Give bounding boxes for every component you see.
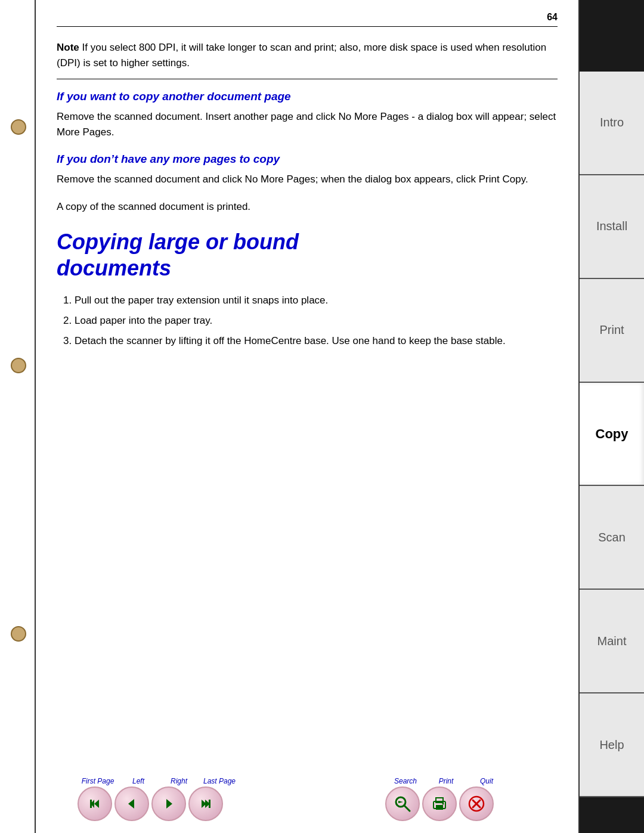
svg-marker-3 bbox=[128, 799, 134, 809]
sidebar-item-copy[interactable]: Copy bbox=[580, 383, 644, 487]
list-item: Load paper into the paper tray. bbox=[75, 313, 558, 329]
search-icon bbox=[394, 795, 411, 813]
section2-body1: Remove the scanned document and click No… bbox=[57, 172, 558, 187]
nav-buttons bbox=[78, 786, 223, 821]
sidebar: Intro Install Print Copy Scan Maint Help bbox=[578, 0, 644, 833]
nav-label-right: Right bbox=[159, 777, 199, 785]
binding-hole-3 bbox=[11, 626, 26, 642]
print-icon bbox=[431, 795, 448, 812]
binding-strip bbox=[0, 0, 36, 833]
sidebar-item-maint[interactable]: Maint bbox=[580, 590, 644, 693]
left-button[interactable] bbox=[114, 786, 149, 821]
svg-marker-4 bbox=[166, 799, 172, 809]
action-label-quit: Quit bbox=[466, 777, 507, 785]
left-icon bbox=[126, 798, 138, 810]
first-page-icon bbox=[88, 797, 101, 810]
sidebar-item-intro[interactable]: Intro bbox=[580, 72, 644, 175]
action-labels: Search Print Quit bbox=[385, 777, 507, 785]
section2-body2: A copy of the scanned document is printe… bbox=[57, 199, 558, 215]
svg-rect-1 bbox=[90, 800, 92, 808]
last-page-button[interactable] bbox=[188, 786, 223, 821]
search-button[interactable] bbox=[385, 786, 420, 821]
note-label: Note bbox=[57, 42, 79, 53]
last-page-icon bbox=[199, 797, 212, 810]
quit-icon bbox=[468, 795, 485, 812]
svg-rect-7 bbox=[209, 800, 210, 808]
sidebar-bottom-decoration bbox=[580, 797, 644, 833]
svg-marker-2 bbox=[94, 800, 99, 808]
binding-hole-1 bbox=[11, 119, 26, 135]
svg-marker-10 bbox=[398, 801, 403, 803]
action-buttons bbox=[385, 786, 494, 821]
right-button[interactable] bbox=[151, 786, 186, 821]
print-button[interactable] bbox=[422, 786, 457, 821]
section1-heading: If you want to copy another document pag… bbox=[57, 90, 558, 103]
sidebar-item-scan[interactable]: Scan bbox=[580, 486, 644, 590]
svg-line-9 bbox=[404, 806, 410, 811]
list-item: Pull out the paper tray extension until … bbox=[75, 293, 558, 308]
list-item: Detach the scanner by lifting it off the… bbox=[75, 333, 558, 349]
section2-heading: If you don’t have any more pages to copy bbox=[57, 153, 558, 166]
right-icon bbox=[163, 798, 175, 810]
action-label-search: Search bbox=[385, 777, 426, 785]
quit-button[interactable] bbox=[459, 786, 494, 821]
sidebar-top-decoration bbox=[580, 0, 644, 72]
sidebar-item-help[interactable]: Help bbox=[580, 693, 644, 797]
nav-label-last: Last Page bbox=[199, 777, 240, 785]
action-label-print: Print bbox=[426, 777, 466, 785]
nav-labels: First Page Left Right Last Page bbox=[78, 777, 240, 785]
nav-label-first: First Page bbox=[78, 777, 118, 785]
note-text: If you select 800 DPI, it will take long… bbox=[57, 42, 546, 69]
note-block: Note If you select 800 DPI, it will take… bbox=[57, 32, 558, 79]
page-number: 64 bbox=[57, 12, 558, 27]
binding-hole-2 bbox=[11, 358, 26, 373]
svg-point-14 bbox=[442, 803, 444, 805]
svg-rect-13 bbox=[436, 805, 443, 810]
numbered-list: Pull out the paper tray extension until … bbox=[57, 293, 558, 349]
sidebar-item-print[interactable]: Print bbox=[580, 279, 644, 383]
nav-label-left: Left bbox=[118, 777, 159, 785]
sidebar-item-install[interactable]: Install bbox=[580, 175, 644, 279]
first-page-button[interactable] bbox=[78, 786, 112, 821]
main-content: 64 Note If you select 800 DPI, it will t… bbox=[39, 0, 575, 833]
chapter-title: Copying large or bounddocuments bbox=[57, 229, 558, 280]
section1-body: Remove the scanned document. Insert anot… bbox=[57, 109, 558, 141]
bottom-toolbar: First Page Left Right Last Page bbox=[78, 777, 507, 821]
